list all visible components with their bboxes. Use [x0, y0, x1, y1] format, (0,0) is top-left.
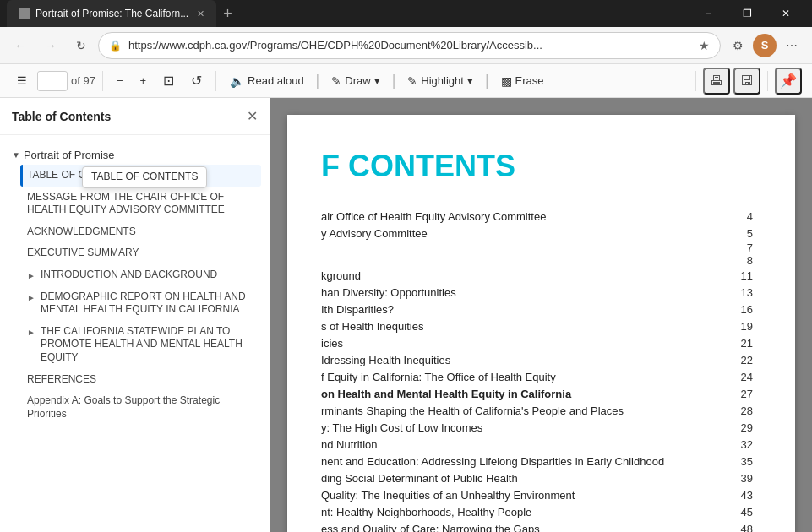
toc-entry-text: air Office of Health Equity Advisory Com… [321, 208, 733, 225]
toc-children: TABLE OF CONTENTS TABLE OF CONTENTS MESS… [8, 165, 261, 425]
divider-3: | [316, 72, 320, 90]
erase-icon: ▩ [501, 74, 512, 88]
sidebar-content: ▼ Portrait of Promise TABLE OF CONTENTS … [0, 135, 270, 532]
toc-entry-text: Idressing Health Inequities [321, 351, 733, 368]
toc-item-label: INTRODUCTION AND BACKGROUND [41, 269, 254, 282]
maximize-button[interactable]: ❐ [728, 0, 766, 27]
toc-parent-row[interactable]: ▼ Portrait of Promise [8, 145, 261, 165]
lock-icon: 🔒 [109, 40, 122, 52]
toc-arrow-icon: ► [27, 327, 35, 338]
title-bar: Portrait of Promise: The Californ... ✕ +… [0, 0, 812, 27]
toc-item-introduction[interactable]: ► INTRODUCTION AND BACKGROUND [20, 264, 261, 286]
zoom-out-button[interactable]: − [110, 71, 130, 90]
print-button[interactable]: 🖶 [703, 68, 730, 95]
toc-entry-page: 19 [733, 318, 753, 334]
read-aloud-button[interactable]: 🔈 Read aloud [223, 71, 311, 91]
save-button[interactable]: 🖫 [733, 68, 760, 95]
toolbar-divider-right-1 [695, 71, 696, 91]
browser-tab[interactable]: Portrait of Promise: The Californ... ✕ [7, 0, 216, 27]
table-row: y Advisory Committee5 [321, 225, 753, 242]
toc-item-label: ACKNOWLEDGMENTS [27, 225, 254, 239]
toc-item-california-plan[interactable]: ► THE CALIFORNIA STATEWIDE PLAN TO PROMO… [20, 321, 261, 369]
rotate-button[interactable]: ↺ [184, 69, 209, 92]
toc-entry-page: 7 [733, 242, 753, 254]
divider-5: | [485, 72, 489, 90]
profile-avatar[interactable]: S [753, 34, 777, 57]
erase-button[interactable]: ▩ Erase [494, 71, 551, 91]
forward-button[interactable]: → [37, 32, 64, 59]
nav-right-controls: ⚙ S ⋯ [724, 32, 805, 59]
toc-entry-text [321, 254, 733, 267]
total-pages-label: of 97 [71, 74, 95, 87]
url-text: https://www.cdph.ca.gov/Programs/OHE/CDP… [128, 39, 692, 52]
favorites-button[interactable]: ⚙ [724, 32, 751, 59]
tab-area: Portrait of Promise: The Californ... ✕ + [7, 0, 689, 27]
new-tab-button[interactable]: + [216, 5, 239, 23]
toc-entry-text: nd Nutrition [321, 436, 733, 453]
back-button[interactable]: ← [7, 32, 34, 59]
toc-entry-text: icies [321, 334, 733, 351]
table-row: nd Nutrition32 [321, 436, 753, 453]
toc-item-label: THE CALIFORNIA STATEWIDE PLAN TO PROMOTE… [41, 325, 254, 365]
table-row: Ith Disparities?16 [321, 301, 753, 318]
toc-entry-page: 8 [733, 254, 753, 267]
toc-entry-page: 28 [733, 402, 753, 419]
toc-entry-text: on Health and Mental Health Equity in Ca… [321, 385, 733, 402]
toc-item-label: DEMOGRAPHIC REPORT ON HEALTH AND MENTAL … [41, 290, 254, 317]
toc-entry-text: s of Health Inequities [321, 318, 733, 334]
table-of-contents-sidebar: Table of Contents ✕ ▼ Portrait of Promis… [0, 98, 270, 532]
table-row: 8 [321, 254, 753, 267]
toc-entry-text [321, 242, 733, 254]
sidebar-toggle-button[interactable]: ☰ [10, 71, 34, 90]
favorite-button[interactable]: ★ [699, 39, 710, 52]
window-controls: − ❐ ✕ [689, 0, 805, 27]
toolbar-divider-1 [102, 71, 103, 91]
more-button[interactable]: ⋯ [778, 32, 805, 59]
toolbar-left: ☰ 3 of 97 − + ⊡ ↺ 🔈 Read aloud | ✎ Draw … [10, 69, 551, 92]
tab-close-button[interactable]: ✕ [197, 8, 204, 19]
table-row: ding Social Determinant of Public Health… [321, 470, 753, 486]
toc-tooltip: TABLE OF CONTENTS [82, 166, 207, 188]
highlight-button[interactable]: ✎ Highlight ▾ [401, 71, 480, 91]
fit-page-button[interactable]: ⊡ [156, 69, 181, 92]
toc-entry-page: 39 [733, 470, 753, 486]
tab-label: Portrait of Promise: The Californ... [35, 8, 188, 19]
toc-item-appendix[interactable]: Appendix A: Goals to Support the Strateg… [20, 390, 261, 425]
toc-entry-page: 32 [733, 436, 753, 453]
toc-entry-page: 4 [733, 208, 753, 225]
toc-entry-text: ess and Quality of Care: Narrowing the G… [321, 520, 733, 532]
toolbar-divider-2 [215, 71, 216, 91]
sidebar-header: Table of Contents ✕ [0, 98, 270, 135]
pin-button[interactable]: 📌 [775, 68, 802, 95]
toc-item-table-of-contents[interactable]: TABLE OF CONTENTS TABLE OF CONTENTS [20, 165, 261, 187]
minimize-button[interactable]: − [689, 0, 728, 27]
toc-entry-page: 24 [733, 368, 753, 385]
table-row: icies21 [321, 334, 753, 351]
page-number-input[interactable]: 3 [37, 71, 68, 91]
toc-arrow-icon: ► [27, 270, 35, 281]
toc-entry-page: 43 [733, 486, 753, 503]
close-button[interactable]: ✕ [766, 0, 805, 27]
toc-item-references[interactable]: REFERENCES [20, 369, 261, 391]
toc-item-message[interactable]: MESSAGE FROM THE CHAIR OFFICE OF HEALTH … [20, 187, 261, 221]
table-row: ess and Quality of Care: Narrowing the G… [321, 520, 753, 532]
table-row: Idressing Health Inequities22 [321, 351, 753, 368]
toc-entry-text: ding Social Determinant of Public Health [321, 470, 733, 486]
refresh-button[interactable]: ↻ [68, 32, 95, 59]
toc-entry-text: Ith Disparities? [321, 301, 733, 318]
table-row: rminants Shaping the Health of Californi… [321, 402, 753, 419]
toc-item-acknowledgments[interactable]: ACKNOWLEDGMENTS [20, 221, 261, 243]
pdf-toolbar: ☰ 3 of 97 − + ⊡ ↺ 🔈 Read aloud | ✎ Draw … [0, 64, 812, 98]
sidebar-close-button[interactable]: ✕ [247, 108, 258, 124]
address-bar[interactable]: 🔒 https://www.cdph.ca.gov/Programs/OHE/C… [98, 32, 721, 59]
tab-favicon [19, 8, 30, 19]
toc-item-demographic[interactable]: ► DEMOGRAPHIC REPORT ON HEALTH AND MENTA… [20, 286, 261, 321]
toc-arrow-icon: ► [27, 292, 35, 303]
draw-button[interactable]: ✎ Draw ▾ [324, 71, 386, 91]
toc-entry-page: 5 [733, 225, 753, 242]
main-area: Table of Contents ✕ ▼ Portrait of Promis… [0, 98, 812, 532]
pdf-page: F CONTENTS air Office of Health Equity A… [287, 115, 795, 532]
toc-item-executive-summary[interactable]: EXECUTIVE SUMMARY [20, 242, 261, 264]
toc-entry-page: 22 [733, 351, 753, 368]
zoom-in-button[interactable]: + [134, 71, 154, 90]
